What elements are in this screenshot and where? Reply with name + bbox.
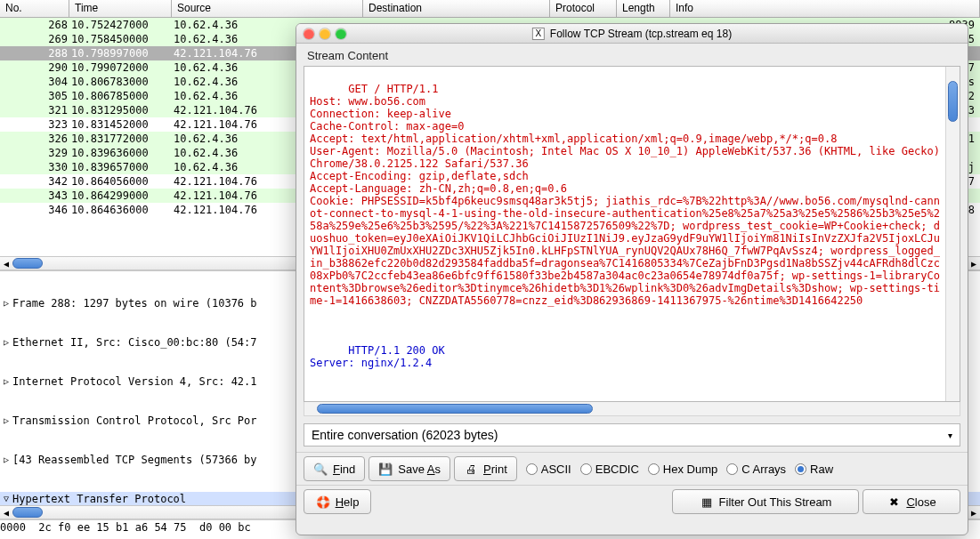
app-icon: X — [532, 28, 545, 40]
help-button[interactable]: 🛟Help — [304, 489, 371, 514]
col-source[interactable]: Source — [172, 0, 363, 17]
find-icon: 🔍 — [313, 462, 328, 476]
help-icon: 🛟 — [316, 495, 330, 509]
close-button[interactable]: ✖Close — [863, 489, 960, 514]
stream-content[interactable]: GET / HTTP/1.1 Host: www.bo56.com Connec… — [304, 66, 960, 402]
response-text: HTTP/1.1 200 OK Server: nginx/1.2.4 — [310, 344, 445, 369]
save-icon: 💾 — [378, 462, 393, 476]
stream-vscroll[interactable] — [945, 67, 960, 401]
follow-tcp-stream-dialog: X Follow TCP Stream (tcp.stream eq 18) S… — [296, 23, 968, 535]
print-button[interactable]: 🖨Print — [454, 456, 517, 481]
zoom-icon[interactable] — [336, 28, 346, 39]
bottom-row: 🛟Help ▦Filter Out This Stream ✖Close — [296, 485, 968, 518]
save-as-button[interactable]: 💾Save As — [369, 456, 450, 481]
chevron-down-icon: ▾ — [948, 430, 952, 440]
col-proto[interactable]: Protocol — [550, 0, 617, 17]
col-no[interactable]: No. — [0, 0, 69, 17]
toolbar-row: 🔍Find 💾Save As 🖨Print ASCII EBCDIC Hex D… — [296, 452, 968, 485]
radio-hexdump[interactable]: Hex Dump — [648, 463, 717, 476]
scroll-thumb[interactable] — [317, 404, 593, 414]
conversation-label: Entire conversation (62023 bytes) — [312, 428, 498, 442]
dialog-titlebar[interactable]: X Follow TCP Stream (tcp.stream eq 18) — [296, 24, 968, 44]
filter-out-button[interactable]: ▦Filter Out This Stream — [672, 489, 859, 514]
radio-raw[interactable]: Raw — [795, 463, 833, 476]
radio-ascii[interactable]: ASCII — [526, 463, 571, 476]
close-icon[interactable] — [304, 28, 314, 39]
conversation-combo[interactable]: Entire conversation (62023 bytes) ▾ — [304, 423, 960, 446]
packet-table-header: No. Time Source Destination Protocol Len… — [0, 0, 980, 18]
col-time[interactable]: Time — [69, 0, 172, 17]
col-info[interactable]: Info — [670, 0, 980, 17]
request-text: GET / HTTP/1.1 Host: www.bo56.com Connec… — [310, 83, 945, 307]
stream-hscroll[interactable] — [304, 402, 960, 416]
filter-icon: ▦ — [700, 495, 714, 509]
minimize-icon[interactable] — [320, 28, 330, 39]
radio-ebcdic[interactable]: EBCDIC — [580, 463, 639, 476]
radio-carrays[interactable]: C Arrays — [726, 463, 786, 476]
close-x-icon: ✖ — [887, 495, 901, 509]
find-button[interactable]: 🔍Find — [304, 456, 365, 481]
dialog-title: Follow TCP Stream (tcp.stream eq 18) — [550, 28, 732, 40]
col-dest[interactable]: Destination — [363, 0, 550, 17]
scroll-thumb[interactable] — [948, 81, 958, 122]
stream-content-label: Stream Content — [296, 44, 968, 66]
print-icon: 🖨 — [464, 462, 478, 476]
scroll-thumb[interactable] — [12, 507, 43, 518]
scroll-thumb[interactable] — [12, 258, 43, 269]
col-length[interactable]: Length — [617, 0, 670, 17]
